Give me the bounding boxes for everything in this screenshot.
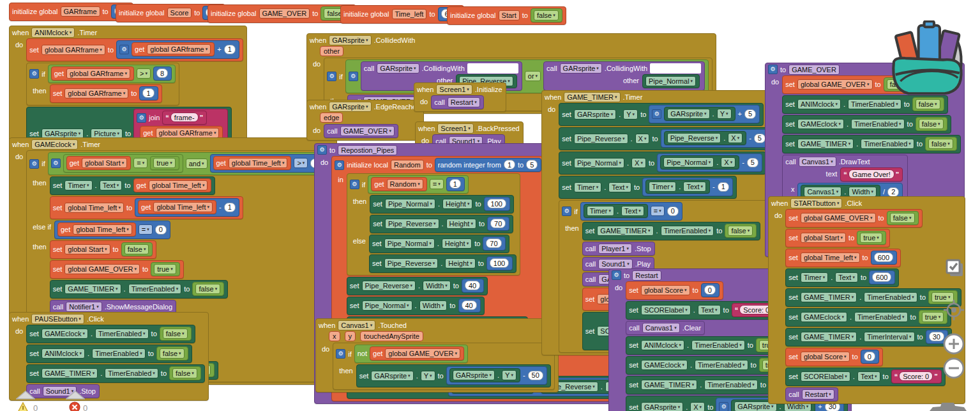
ai-block[interactable]: callRestart▾ <box>431 95 484 109</box>
ai-block[interactable]: 100 <box>484 197 510 211</box>
ai-block[interactable]: Timer▾.Text▾-1 <box>642 178 733 196</box>
number-field[interactable]: 0 <box>864 352 875 361</box>
block-dropdown[interactable]: Restart▾ <box>448 97 480 107</box>
block-dropdown[interactable]: Screen1▾ <box>436 84 472 95</box>
ai-block[interactable]: “Score: 0” <box>891 369 942 384</box>
number-field[interactable]: 5 <box>747 158 758 167</box>
block-dropdown[interactable]: Player1▾ <box>598 244 632 254</box>
mutator-gear-icon[interactable]: ⚙ <box>119 45 129 54</box>
ai-block[interactable]: setglobal Time_left▾togetglobal Time_lef… <box>50 196 243 219</box>
block-dropdown[interactable]: GAME_TIMER▾ <box>597 226 653 236</box>
ai-block[interactable]: setPipe_Normal▾.Width▾to40 <box>347 297 485 315</box>
block-dropdown[interactable]: global GAME_OVER▾ <box>64 264 140 274</box>
number-field[interactable]: 50 <box>528 371 543 380</box>
block-dropdown[interactable]: SCORElabel▾ <box>801 371 850 382</box>
block-dropdown[interactable]: true▾ <box>153 158 175 168</box>
block-dropdown[interactable]: false▾ <box>160 348 185 359</box>
ai-block[interactable]: setglobal GARframe▾to⚙getglobal GARframe… <box>26 38 243 61</box>
block-dropdown[interactable]: Timer▾ <box>574 182 601 192</box>
ai-block[interactable]: “frame-” <box>162 111 207 125</box>
block-dropdown[interactable]: Notifier1▾ <box>66 302 102 312</box>
block-dropdown[interactable]: global Time_left▾ <box>153 202 213 212</box>
ai-block[interactable]: 1 <box>446 177 465 191</box>
ai-block[interactable]: 70 <box>487 217 509 231</box>
block-stack-when-garsprite-edgereached[interactable]: whenGARsprite▾.EdgeReachededgedocallGAME… <box>306 100 424 141</box>
ai-block[interactable]: ⚙ifgetRandom▾=▾1thensetPipe_Normal▾.Heig… <box>347 173 520 275</box>
number-field[interactable]: 2 <box>887 187 899 197</box>
ai-block[interactable]: setGAME_TIMER▾.TimerEnabled▾totrue▾ <box>785 288 961 307</box>
center-target-icon[interactable] <box>942 299 965 322</box>
block-stack-when-pausebutton-click[interactable]: whenPAUSEbutton▾.ClickdosetGAMEclock▾.Ti… <box>9 312 209 401</box>
block-dropdown[interactable]: false▾ <box>890 213 915 223</box>
ai-block[interactable]: setPipe_Normal▾.Height▾to100 <box>370 195 514 213</box>
mutator-gear-icon[interactable]: ⚙ <box>51 159 61 168</box>
ai-block[interactable]: setGARsprite▾.Y▾toGARsprite▾.Y▾-50 <box>356 364 551 387</box>
block-dropdown[interactable]: PAUSEbutton▾ <box>31 314 84 324</box>
ai-block[interactable]: false▾ <box>916 117 947 131</box>
ai-block[interactable]: ⚙ifnotgetglobal GAME_OVER▾thensetGARspri… <box>333 343 555 390</box>
block-dropdown[interactable]: Pipe_Normal▾ <box>574 158 624 168</box>
block-dropdown[interactable]: global GAME_OVER▾ <box>797 79 873 89</box>
ai-block[interactable]: setGAME_TIMER▾.TimerEnabled▾tofalse▾ <box>26 364 205 383</box>
block-dropdown[interactable]: TimerEnabled▾ <box>861 139 914 149</box>
ai-block[interactable]: setGAMEclock▾.TimerEnabled▾tofalse▾ <box>782 115 951 134</box>
block-dropdown[interactable]: Pipe_Reverse▾ <box>384 258 439 268</box>
block-dropdown[interactable]: Timer▾ <box>801 272 828 283</box>
ai-block[interactable]: getglobal Time_left▾ <box>133 178 212 192</box>
block-dropdown[interactable]: Pipe_Normal▾ <box>663 157 714 167</box>
block-dropdown[interactable]: Y▾ <box>421 371 435 381</box>
block-dropdown[interactable]: global GARframe▾ <box>147 44 211 54</box>
ai-block[interactable]: setANIMclock▾.TimerEnabled▾totrue▾ <box>626 336 788 355</box>
ai-block[interactable]: getglobal GARframe▾>▾8 <box>48 65 176 83</box>
block-field[interactable]: Repostion_Pipes <box>338 145 397 155</box>
block-dropdown[interactable]: global Score▾ <box>641 285 690 295</box>
ai-block[interactable]: true▾ <box>151 262 179 276</box>
ai-block[interactable]: callSound1▾.Stop <box>26 384 100 398</box>
ai-block[interactable]: callCanvas1▾.Clear <box>626 321 705 335</box>
mutator-gear-icon[interactable]: ⚙ <box>350 180 359 189</box>
ai-block[interactable]: false▾ <box>121 242 153 256</box>
block-dropdown[interactable]: ANIMclock▾ <box>641 340 684 350</box>
block-stack-init-game-over[interactable]: initialize globalGAME_OVERtofalse▾ <box>207 4 356 23</box>
ai-block[interactable]: setSCORElabel▾.Text▾to“Score: 0” <box>785 368 945 386</box>
block-field[interactable]: GAME_OVER <box>259 8 310 19</box>
ai-block[interactable]: Timer▾.Text▾ <box>645 180 710 194</box>
block-dropdown[interactable]: global Score▾ <box>801 352 850 362</box>
number-field[interactable]: 600 <box>874 252 893 262</box>
block-dropdown[interactable]: GAME_OVER▾ <box>340 126 395 136</box>
block-dropdown[interactable]: false▾ <box>172 368 197 378</box>
mutator-gear-icon[interactable]: ⚙ <box>137 113 146 123</box>
number-field[interactable]: 600 <box>872 272 891 282</box>
block-dropdown[interactable]: and▾ <box>186 159 207 169</box>
ai-block[interactable]: Pipe_Normal▾.X▾ <box>660 155 739 169</box>
block-dropdown[interactable]: GARsprite▾ <box>560 63 602 74</box>
mutator-gear-icon[interactable]: ⚙ <box>336 349 345 359</box>
error-icon[interactable] <box>69 401 80 411</box>
block-stack-init-start[interactable]: initialize globalStarttofalse▾ <box>447 6 566 25</box>
block-dropdown[interactable]: GARsprite▾ <box>641 402 683 411</box>
block-dropdown[interactable]: STARTbutton▾ <box>790 198 842 208</box>
ai-block[interactable]: whenSTARTbutton▾.Clickdosetglobal GAME_O… <box>768 196 965 404</box>
ai-block[interactable]: whenGARsprite▾.EdgeReachededgedocallGAME… <box>306 100 424 141</box>
ai-block[interactable]: whenPAUSEbutton▾.ClickdosetGAMEclock▾.Ti… <box>9 312 209 401</box>
number-field[interactable]: 5 <box>744 109 756 119</box>
block-dropdown[interactable]: Pipe_Reverse▾ <box>385 219 439 229</box>
block-dropdown[interactable]: Pipe_Reverse▾ <box>574 134 628 144</box>
ai-block[interactable]: “Game Over!” <box>840 167 903 182</box>
block-dropdown[interactable]: Pipe_Normal▾ <box>645 76 696 86</box>
ai-block[interactable]: true▾ <box>857 231 886 245</box>
ai-block[interactable]: false▾ <box>925 137 957 151</box>
block-field[interactable]: GAME_OVER <box>788 65 840 75</box>
block-field[interactable]: GARframe <box>61 6 100 17</box>
number-field[interactable]: 1 <box>449 179 461 189</box>
ai-block[interactable]: callRestart▾ <box>785 387 838 401</box>
block-dropdown[interactable]: GAMEclock▾ <box>31 139 78 150</box>
block-dropdown[interactable]: false▾ <box>163 329 188 339</box>
block-dropdown[interactable]: =▾ <box>139 224 153 235</box>
param-chip[interactable]: touchedAnySprite <box>360 331 423 341</box>
block-dropdown[interactable]: GARsprite▾ <box>453 370 495 380</box>
ai-block[interactable]: initialize globalStarttofalse▾ <box>447 6 566 25</box>
blocks-workspace[interactable]: initialize globalGARframeto1 initialize … <box>0 0 980 411</box>
block-dropdown[interactable]: false▾ <box>919 119 944 129</box>
number-field[interactable]: 70 <box>490 219 506 228</box>
